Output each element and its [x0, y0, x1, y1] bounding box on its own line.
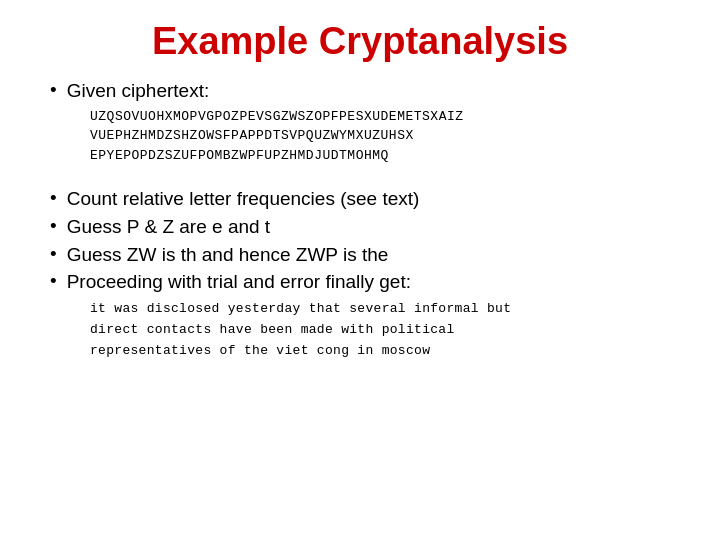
bullet-item-3: • Guess ZW is th and hence ZWP is the — [40, 243, 680, 268]
bullet-text-3: Guess ZW is th and hence ZWP is the — [67, 243, 389, 268]
bullet-dot-3: • — [50, 243, 57, 265]
bullet-text-2: Guess P & Z are e and t — [67, 215, 270, 240]
bullet-text-1: Count relative letter frequencies (see t… — [67, 187, 420, 212]
result-block: it was disclosed yesterday that several … — [90, 299, 680, 361]
bullet-item-4: • Proceeding with trial and error finall… — [40, 270, 680, 295]
bullet-item-2: • Guess P & Z are e and t — [40, 215, 680, 240]
bullet-dot-1: • — [50, 187, 57, 209]
cipher-line-2: VUEPHZHMDZSHZOWSFPAPPDTSVPQUZWYMXUZUHSX — [90, 126, 680, 146]
result-line-3: representatives of the viet cong in mosc… — [90, 341, 680, 362]
given-label-text: Given ciphertext: — [67, 79, 210, 104]
given-label-item: • Given ciphertext: — [40, 79, 680, 104]
cipher-line-1: UZQSOVUOHXMOPVGPOZPEVSGZWSZOPFPESXUDEMET… — [90, 107, 680, 127]
cipher-line-3: EPYEPOPDZSZUFPOMBZWPFUPZHMDJUDTMOHMQ — [90, 146, 680, 166]
bullet-item-1: • Count relative letter frequencies (see… — [40, 187, 680, 212]
result-line-1: it was disclosed yesterday that several … — [90, 299, 680, 320]
bullet-dot-4: • — [50, 270, 57, 292]
bullet-items-section: • Count relative letter frequencies (see… — [40, 187, 680, 361]
result-line-2: direct contacts have been made with poli… — [90, 320, 680, 341]
page-title: Example Cryptanalysis — [40, 20, 680, 63]
bullet-dot-2: • — [50, 215, 57, 237]
bullet-given: • — [50, 79, 57, 101]
bullet-text-4: Proceeding with trial and error finally … — [67, 270, 411, 295]
cipher-block: UZQSOVUOHXMOPVGPOZPEVSGZWSZOPFPESXUDEMET… — [90, 107, 680, 166]
page: Example Cryptanalysis • Given ciphertext… — [0, 0, 720, 540]
given-section: • Given ciphertext: UZQSOVUOHXMOPVGPOZPE… — [40, 79, 680, 171]
